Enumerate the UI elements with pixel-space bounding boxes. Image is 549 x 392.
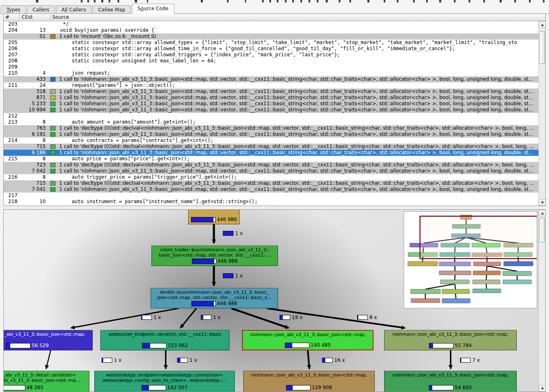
node-cost: 54 665 (429, 385, 472, 390)
call-graph-panel[interactable]: 446 986client_trader::buy(nlohmann::json… (3, 209, 546, 392)
cest-value: 318 (20, 89, 48, 95)
edge-cost-bar (280, 315, 290, 320)
graph-node-basic-json-1[interactable]: nlohmann::json_abi_v3_11_3::basic_json<s… (3, 330, 93, 350)
edge-cost-bar (177, 358, 188, 363)
source-line-row[interactable]: 20413 void buy(json params) override { (4, 27, 538, 33)
source-line-row[interactable]: 206 static constexpr std::array allowed_… (4, 46, 538, 52)
edge-call-count: 1 x (141, 314, 161, 320)
call-annotation-row[interactable]: 7631 call to 'decltype ((((std::declval<… (4, 125, 538, 131)
splitter-handle[interactable]: ······ (0, 206, 549, 209)
call-annotation-row[interactable]: 6 1911 call to 'nlohmann::json_abi_v3_11… (4, 131, 538, 137)
call-annotation-row[interactable]: 7 0411 call to 'nlohmann::json_abi_v3_11… (4, 186, 538, 193)
cost-bar (286, 385, 311, 390)
node-cost-value: 446 986 (217, 217, 237, 222)
source-line-row[interactable]: 21810 auto instrument = params["instrume… (4, 199, 538, 205)
source-cell: 1 call to 'nlohmann::json_abi_v3_11_3::b… (48, 89, 538, 95)
graph-node-websocket-endpoint-send[interactable]: websocket_endpoint::send(int, std::__cxx… (100, 330, 229, 350)
line-number: 205 (4, 40, 20, 46)
clipped-toolbar-mark (426, 0, 428, 2)
call-annotation-row[interactable]: 3181 call to 'nlohmann::json_abi_v3_11_3… (4, 89, 538, 95)
cost-bar (3, 385, 25, 390)
graph-node-basic-json-2[interactable]: nlohmann::json_abi_v3_11_3::basic_json<s… (242, 330, 373, 350)
tab-types[interactable]: Types (1, 5, 26, 14)
cost-bar (192, 259, 216, 264)
source-line-row[interactable]: 209 (4, 64, 538, 70)
cost-bar-fill (285, 343, 292, 348)
graph-node-client-trader-buy[interactable]: client_trader::buy(nlohmann::json_abi_v3… (151, 246, 278, 266)
source-vertical-scrollbar[interactable] (538, 21, 545, 206)
clipped-toolbar-mark (36, 0, 38, 2)
tab-all-callers[interactable]: All Callers (56, 5, 92, 14)
minimap-edge (487, 266, 487, 271)
node-cost-value: 446 986 (218, 259, 238, 264)
call-annotation-row[interactable]: 6 1861 call to 'nlohmann::json_abi_v3_11… (4, 150, 538, 156)
minimap-edge (486, 275, 487, 280)
source-line-row[interactable]: 21124 request["params"] = json::object()… (4, 82, 538, 89)
column-header-source[interactable]: Source (51, 14, 545, 21)
source-line-row[interactable]: 2148 auto contracts = params["contracts"… (4, 137, 538, 144)
minimap-node (439, 262, 471, 266)
graph-node-websocketpp-endpoint[interactable]: websocketpp::endpoint<websocketpp::conne… (94, 371, 235, 392)
source-cell: 1 call to 'nlohmann::json_abi_v3_11_3::b… (48, 95, 538, 101)
source-line-row[interactable]: 207 static constexpr std::array allowed_… (4, 52, 538, 58)
minimap-node (439, 271, 471, 275)
call-annotation-row[interactable]: 8711 call to 'nlohmann::json_abi_v3_11_3… (4, 95, 538, 101)
source-line-row[interactable]: 203 */ (4, 21, 538, 27)
source-line-row[interactable]: 2104 json request; (4, 70, 538, 76)
clipped-toolbar-mark (118, 0, 119, 2)
scroll-up-button[interactable] (539, 21, 546, 28)
minimap-viewport[interactable] (420, 216, 537, 259)
line-number: 212 (4, 113, 20, 119)
edge-call-count-text: 7 x (472, 357, 480, 363)
cost-color-icon (50, 132, 56, 137)
call-annotation-row[interactable]: 5 2331 call to 'nlohmann::json_abi_v3_11… (4, 101, 538, 107)
node-label: deribit::buy(nlohmann::json_abi_v3_11_3:… (152, 290, 277, 300)
call-graph-overview-minimap[interactable] (404, 211, 537, 308)
graph-node-basic-json-5[interactable]: nlohmann::json_abi_v3_11_3::basic_json<s… (384, 371, 517, 392)
tab-callers[interactable]: Callers (27, 5, 55, 14)
cest-value: 7 041 (20, 186, 48, 193)
source-line-row[interactable]: 208 static constexpr unsigned int max_la… (4, 58, 538, 64)
graph-node-root[interactable]: 446 986 (188, 209, 240, 224)
tab-callee-map[interactable]: Callee Map (92, 5, 131, 14)
source-line-row[interactable]: 205 static constexpr std::array allowed_… (4, 40, 538, 46)
graph-node-deribit-buy[interactable]: deribit::buy(nlohmann::json_abi_v3_11_3:… (151, 288, 278, 308)
call-annotation-row[interactable]: 511 call to 'mcount' (libc.so.6: _mcount… (4, 33, 538, 40)
source-line-row[interactable]: 217 (4, 193, 538, 199)
source-cell: 1 call to 'decltype ((((std::declval<nlo… (48, 125, 538, 131)
column-header-cest[interactable]: CEst (20, 14, 51, 21)
clipped-toolbar-mark (543, 0, 545, 2)
scrollbar-thumb[interactable] (539, 31, 545, 64)
call-annotation-row[interactable]: 7231 call to 'decltype ((((std::declval<… (4, 162, 538, 168)
graph-node-basic-json-3[interactable]: nlohmann::json_abi_v3_11_3::basic_json<s… (384, 330, 517, 350)
graph-node-basic-json-4[interactable]: nlohmann::json_abi_v3_11_3::basic_json<s… (243, 371, 375, 392)
minimap-edge (455, 266, 455, 271)
call-annotation-row[interactable]: 10 9941 call to 'nlohmann::json_abi_v3_1… (4, 107, 538, 113)
source-line-row[interactable]: 2158 auto price = params["price"].get<in… (4, 156, 538, 162)
source-cell: static constexpr std::array allowed_type… (48, 40, 538, 46)
clipped-toolbar-mark (277, 0, 278, 2)
source-cell: auto instrument = params["instrument_nam… (48, 199, 538, 205)
call-annotation-row[interactable]: 7151 call to 'decltype ((((std::declval<… (4, 144, 538, 150)
source-line-row[interactable]: 2168 auto trigger_price = params["trigge… (4, 174, 538, 180)
call-annotation-row[interactable]: 4331 call to 'nlohmann::json_abi_v3_11_3… (4, 76, 538, 82)
graph-node-detail-serializer[interactable]: nlohmann::json_abi_v3_11_3::detail::seri… (3, 371, 89, 392)
source-line-row[interactable]: 2138 auto amount = params["amount"].get<… (4, 119, 538, 125)
tab-source-code[interactable]: Source Code (132, 4, 174, 14)
column-header-line[interactable]: # (4, 14, 20, 21)
minimap-edge (455, 284, 456, 289)
line-number: 204 (4, 27, 20, 33)
node-cost: 140 485 (285, 343, 331, 348)
line-number: 211 (4, 82, 20, 89)
minimap-edge (425, 284, 455, 289)
clipped-toolbar-mark (469, 0, 470, 2)
source-line-row[interactable]: 212 (4, 113, 538, 119)
edge-call-count: 16 x (322, 357, 345, 363)
node-cost: 55 784 (429, 343, 472, 348)
source-cell: 1 call to 'nlohmann::json_abi_v3_11_3::b… (48, 107, 538, 113)
call-annotation-row[interactable]: 7151 call to 'decltype ((((std::declval<… (4, 180, 538, 186)
cost-color-icon (50, 102, 56, 106)
edge-cost-bar-fill (102, 358, 103, 362)
call-annotation-row[interactable]: 7 0421 call to 'nlohmann::json_abi_v3_11… (4, 168, 538, 174)
scroll-down-button[interactable] (539, 199, 546, 206)
